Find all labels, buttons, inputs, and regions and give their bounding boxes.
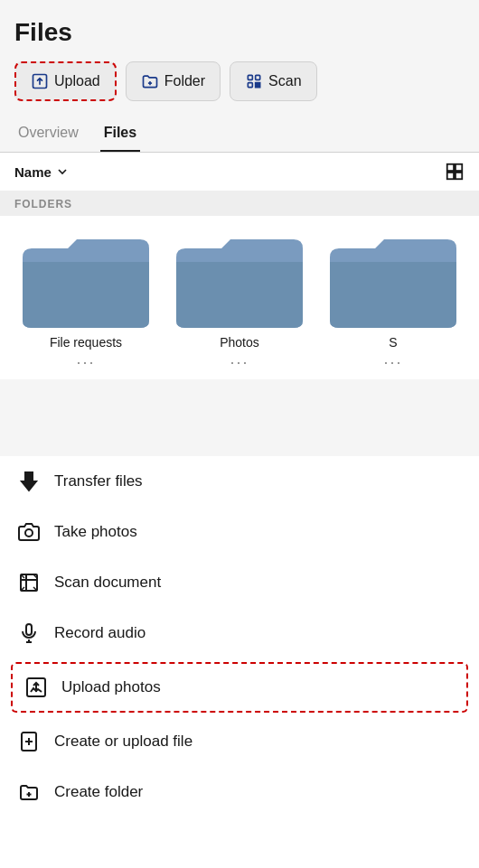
svg-marker-10 [22, 472, 36, 490]
folder-thumbnail [172, 230, 307, 330]
folders-section-label: FOLDERS [0, 191, 479, 216]
upload-label: Upload [54, 73, 100, 89]
menu-item-label: Scan document [54, 574, 161, 592]
transfer-icon [18, 471, 40, 492]
folder-label: Folder [164, 73, 205, 89]
svg-rect-3 [248, 75, 252, 79]
menu-item-transfer-files[interactable]: Transfer files [0, 456, 479, 507]
scan-label: Scan [268, 73, 301, 89]
svg-rect-7 [456, 164, 462, 171]
menu-item-label: Transfer files [54, 472, 143, 490]
create-file-icon [18, 731, 40, 752]
folder-more-button[interactable]: ··· [230, 353, 249, 372]
menu-item-label: Upload photos [61, 678, 161, 696]
menu-item-upload-photos[interactable]: Upload photos [11, 662, 468, 713]
create-folder-icon [18, 781, 40, 803]
menu-item-scan-document[interactable]: Scan document [0, 557, 479, 608]
tabs-row: Overview Files [0, 116, 479, 153]
svg-rect-8 [447, 173, 454, 179]
header: Files Upload Folder [0, 0, 479, 101]
menu-item-take-photos[interactable]: Take photos [0, 507, 479, 557]
folder-name: File requests [50, 335, 122, 350]
camera-icon [18, 521, 40, 543]
folder-item[interactable]: Photos ··· [168, 230, 311, 379]
folder-thumbnail [325, 230, 461, 330]
action-menu-overlay: Transfer files Take photos Scan document [0, 456, 479, 868]
svg-rect-4 [256, 75, 260, 79]
folder-button[interactable]: Folder [126, 61, 221, 101]
folders-grid: File requests ··· Photos ··· S ··· [0, 216, 479, 379]
svg-rect-6 [447, 164, 454, 171]
menu-item-create-folder[interactable]: Create folder [0, 767, 479, 817]
menu-item-label: Create folder [54, 783, 143, 801]
menu-item-record-audio[interactable]: Record audio [0, 608, 479, 658]
mic-icon [18, 622, 40, 644]
sort-label: Name [14, 164, 52, 180]
upload-button[interactable]: Upload [14, 61, 117, 101]
menu-item-label: Record audio [54, 624, 146, 642]
action-buttons-row: Upload Folder Scan [14, 61, 465, 101]
upload-photo-icon [25, 677, 47, 698]
tab-overview[interactable]: Overview [14, 116, 82, 152]
folder-item[interactable]: File requests ··· [14, 230, 157, 379]
page-title: Files [14, 18, 465, 47]
svg-rect-5 [248, 83, 252, 88]
chevron-down-icon [55, 164, 70, 179]
folder-more-button[interactable]: ··· [76, 353, 95, 372]
scan-icon [245, 72, 263, 90]
grid-view-icon [445, 162, 465, 182]
menu-item-label: Create or upload file [54, 733, 193, 751]
menu-item-label: Take photos [54, 523, 137, 541]
folder-name: S [389, 335, 397, 350]
upload-icon [31, 72, 49, 90]
folder-item[interactable]: S ··· [322, 230, 465, 379]
sort-button[interactable]: Name [14, 164, 70, 180]
menu-item-create-upload-file[interactable]: Create or upload file [0, 716, 479, 767]
folder-name: Photos [220, 335, 259, 350]
view-toggle-button[interactable] [445, 162, 465, 182]
tab-files[interactable]: Files [100, 116, 140, 152]
sort-row: Name [0, 153, 479, 191]
svg-point-11 [25, 529, 33, 537]
folder-more-button[interactable]: ··· [383, 353, 402, 372]
svg-rect-9 [456, 173, 462, 179]
svg-rect-13 [26, 624, 32, 635]
folder-thumbnail [18, 230, 154, 330]
scan-button[interactable]: Scan [230, 61, 316, 101]
folder-icon [141, 72, 159, 90]
scan-doc-icon [18, 572, 40, 593]
